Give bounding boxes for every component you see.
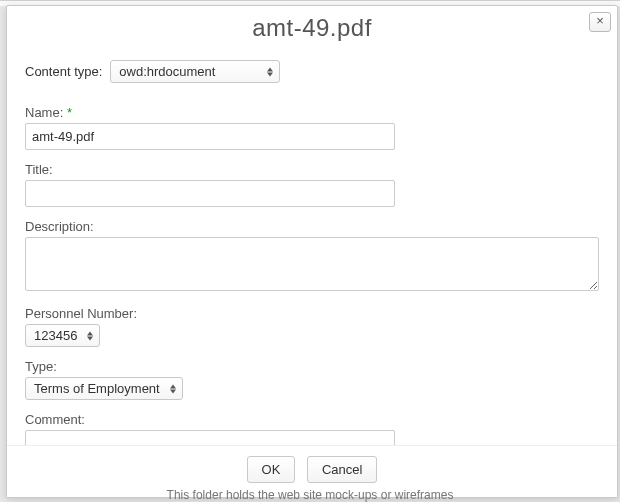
- content-type-value: owd:hrdocument: [119, 64, 215, 79]
- description-label: Description:: [25, 219, 599, 234]
- type-label: Type:: [25, 359, 599, 374]
- personnel-number-value: 123456: [34, 328, 77, 343]
- name-field: Name: *: [25, 105, 599, 150]
- type-value: Terms of Employment: [34, 381, 160, 396]
- cancel-button[interactable]: Cancel: [307, 456, 377, 483]
- comment-label: Comment:: [25, 412, 599, 427]
- chevron-updown-icon: [267, 67, 273, 76]
- description-field: Description:: [25, 219, 599, 294]
- ok-button[interactable]: OK: [247, 456, 296, 483]
- chevron-updown-icon: [87, 331, 93, 340]
- description-textarea[interactable]: [25, 237, 599, 291]
- close-icon: ×: [596, 13, 604, 28]
- personnel-number-field: Personnel Number: 123456: [25, 306, 599, 347]
- name-input[interactable]: [25, 123, 395, 150]
- content-type-label: Content type:: [25, 64, 102, 79]
- dialog-body: Content type: owd:hrdocument Name: * Tit…: [7, 54, 617, 445]
- name-label: Name: *: [25, 105, 599, 120]
- content-type-select[interactable]: owd:hrdocument: [110, 60, 280, 83]
- title-label: Title:: [25, 162, 599, 177]
- comment-input[interactable]: [25, 430, 395, 445]
- personnel-number-select[interactable]: 123456: [25, 324, 100, 347]
- dialog-header: × amt-49.pdf: [7, 6, 617, 54]
- required-marker: *: [67, 105, 72, 120]
- title-input[interactable]: [25, 180, 395, 207]
- personnel-number-label: Personnel Number:: [25, 306, 599, 321]
- content-type-row: Content type: owd:hrdocument: [25, 60, 599, 83]
- name-label-text: Name:: [25, 105, 63, 120]
- chevron-updown-icon: [170, 384, 176, 393]
- type-select[interactable]: Terms of Employment: [25, 377, 183, 400]
- dialog-title: amt-49.pdf: [21, 14, 603, 42]
- close-button[interactable]: ×: [589, 12, 611, 32]
- edit-properties-dialog: × amt-49.pdf Content type: owd:hrdocumen…: [6, 5, 618, 498]
- comment-field: Comment:: [25, 412, 599, 445]
- background-caption: This folder holds the web site mock-ups …: [0, 488, 620, 502]
- type-field: Type: Terms of Employment: [25, 359, 599, 400]
- title-field: Title:: [25, 162, 599, 207]
